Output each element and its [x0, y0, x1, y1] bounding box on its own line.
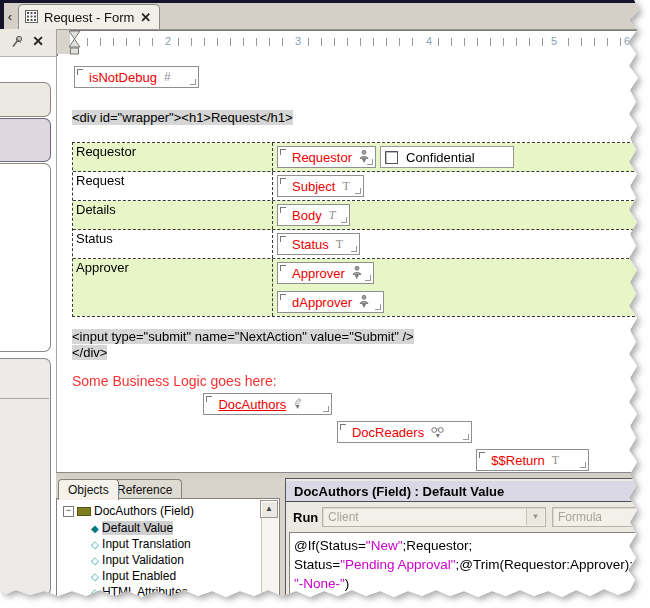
- row-label: Status: [73, 230, 273, 258]
- tab-label: Reference: [117, 483, 172, 497]
- tab-title: Request - Form: [44, 10, 134, 25]
- sidebar-pane-4[interactable]: [0, 358, 51, 596]
- table-row: Requestor Requestor ▾ Confidential: [73, 143, 639, 172]
- dropdown-arrow-icon: ▾: [436, 433, 440, 439]
- language-value: Formula: [558, 510, 602, 524]
- sidebar-pane-1[interactable]: [0, 82, 51, 117]
- confidential-option: Confidential: [380, 146, 514, 168]
- event-diamond-icon: ◇: [91, 587, 99, 598]
- table-row: Status Status T: [73, 230, 639, 259]
- objects-tree-panel: − DocAuthors (Field) ◆ Default Value ◇ I…: [56, 498, 280, 602]
- editor-title: DocAuthors (Field) : Default Value: [286, 481, 639, 502]
- form-table: Requestor Requestor ▾ Confidential: [72, 142, 640, 317]
- field-name: Subject: [292, 179, 335, 194]
- field-name: Approver: [292, 266, 345, 281]
- tree-item-label: Default Value: [102, 521, 173, 535]
- html-passthru-submit: <input type="submit" name="NextAction" v…: [72, 327, 414, 345]
- event-editor-panel: DocAuthors (Field) : Default Value Run C…: [285, 478, 639, 602]
- field-name: dApprover: [292, 295, 352, 310]
- field-requestor[interactable]: Requestor ▾: [277, 146, 376, 168]
- ruler-number: 4: [424, 35, 434, 47]
- field-name: DocReaders: [352, 425, 424, 440]
- field-status[interactable]: Status T: [277, 233, 360, 255]
- sidebar-pane-3[interactable]: [0, 163, 51, 352]
- formula-line: @If(Status="New";Requestor;: [294, 536, 636, 555]
- row-fields: Requestor ▾ Confidential: [273, 143, 639, 171]
- row-fields: Status T: [273, 230, 639, 258]
- number-field-icon: #: [164, 70, 171, 84]
- screenshot-stage: ‹ Request - Form ✕ ✕ 2 3 4 5 6: [0, 0, 650, 608]
- formula-line: "-None-"): [294, 574, 636, 593]
- tab-label: Objects: [68, 483, 109, 497]
- language-dropdown[interactable]: Formula: [552, 507, 638, 527]
- tree-item-input-validation[interactable]: ◇ Input Validation: [91, 553, 184, 567]
- ruler-margin-marker-icon[interactable]: [68, 30, 82, 59]
- html-text: </div>: [72, 345, 107, 360]
- dropdown-arrow-icon: ▾: [355, 274, 359, 280]
- table-row: Approver Approver ▾ dApprover ▾: [73, 259, 639, 316]
- field-name: Status: [292, 237, 329, 252]
- field-subject[interactable]: Subject T: [277, 175, 364, 197]
- field-approver[interactable]: Approver ▾: [277, 262, 374, 284]
- tree-item-label: Input Validation: [102, 553, 184, 567]
- tree-item-label: HTML Attributes: [102, 585, 188, 599]
- field-body[interactable]: Body T: [277, 204, 350, 226]
- checkbox-label: Confidential: [406, 150, 475, 165]
- field-isnotdebug[interactable]: isNotDebug #: [74, 66, 199, 88]
- tree-item-input-enabled[interactable]: ◇ Input Enabled: [91, 569, 176, 583]
- field-name: Requestor: [292, 150, 352, 165]
- dropdown-arrow-icon: ▾: [362, 303, 366, 309]
- tree-item-html-attributes[interactable]: ◇ HTML Attributes: [91, 585, 188, 599]
- tab-close-icon[interactable]: ✕: [140, 10, 151, 25]
- authors-field-icon: ✎ ▾: [293, 399, 301, 410]
- pin-icon[interactable]: [9, 34, 25, 50]
- scroll-up-icon[interactable]: ▲: [260, 500, 278, 518]
- field-name: isNotDebug: [89, 70, 157, 85]
- field-docauthors[interactable]: DocAuthors ✎ ▾: [203, 393, 332, 415]
- row-fields: Approver ▾ dApprover ▾: [273, 259, 639, 316]
- field-return[interactable]: $$Return T: [476, 449, 589, 471]
- field-name: DocAuthors: [218, 397, 286, 412]
- tree-item-input-translation[interactable]: ◇ Input Translation: [91, 537, 191, 551]
- form-grid-icon: [25, 9, 38, 27]
- run-label: Run: [293, 510, 318, 525]
- run-client-dropdown[interactable]: Client ▼: [322, 507, 546, 527]
- event-diamond-icon: ◇: [91, 555, 99, 566]
- field-dapprover[interactable]: dApprover ▾: [277, 291, 384, 313]
- row-label: Details: [73, 201, 273, 229]
- business-logic-note: Some Business Logic goes here:: [72, 373, 277, 389]
- formula-editor[interactable]: @If(Status="New";Requestor; Status="Pend…: [289, 532, 637, 598]
- text-field-icon: T: [552, 453, 559, 468]
- field-docreaders[interactable]: DocReaders ▾: [337, 421, 472, 443]
- ruler-number: 5: [549, 35, 559, 47]
- tab-request-form[interactable]: Request - Form ✕: [18, 4, 160, 30]
- tab-objects[interactable]: Objects: [58, 479, 119, 500]
- readers-field-icon: ▾: [431, 426, 444, 439]
- window-frame-top: [0, 0, 650, 3]
- event-diamond-icon: ◇: [91, 539, 99, 550]
- ruler-number: 3: [293, 35, 303, 47]
- html-passthru-open: <div id="wrapper"><h1>Request</h1>: [72, 108, 293, 126]
- field-name: $$Return: [491, 453, 544, 468]
- table-row: Request Subject T: [73, 172, 639, 201]
- field-object-icon: [77, 507, 91, 516]
- tree-item-label: Input Translation: [102, 537, 191, 551]
- collapse-expander-icon[interactable]: −: [63, 506, 74, 517]
- row-label: Approver: [73, 259, 273, 316]
- designer-window: ‹ Request - Form ✕ ✕ 2 3 4 5 6: [0, 0, 650, 608]
- text-field-icon: T: [336, 237, 343, 252]
- confidential-checkbox[interactable]: [385, 151, 398, 164]
- formula-line: Status="Pending Approval";@Trim(Requesto…: [294, 555, 636, 574]
- close-icon[interactable]: ✕: [30, 33, 46, 49]
- tree-item-label: Input Enabled: [102, 569, 176, 583]
- tree-item-default-value[interactable]: ◆ Default Value: [91, 521, 173, 535]
- row-label: Request: [73, 172, 273, 200]
- names-field-icon: ▾: [359, 295, 369, 309]
- tree-root-docauthors[interactable]: DocAuthors (Field): [94, 504, 194, 518]
- table-row: Details Body T: [73, 201, 639, 230]
- field-name: Body: [292, 208, 322, 223]
- row-fields: Body T: [273, 201, 639, 229]
- sidebar-pane-2[interactable]: [0, 118, 51, 162]
- event-diamond-filled-icon: ◆: [91, 523, 99, 534]
- tab-scroll-left-icon[interactable]: ‹: [4, 8, 16, 26]
